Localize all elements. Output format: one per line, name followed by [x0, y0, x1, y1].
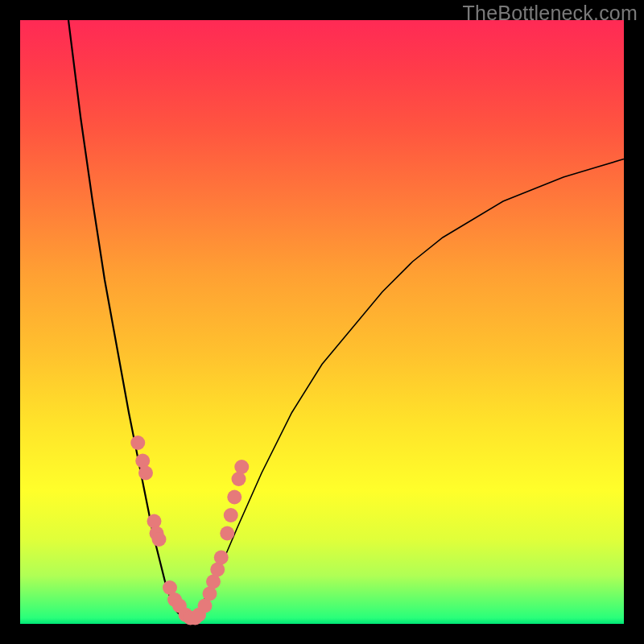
- data-dot: [224, 508, 238, 522]
- data-dot: [232, 472, 246, 486]
- data-dot: [130, 436, 145, 450]
- outer-frame: TheBottleneck.com: [0, 0, 644, 644]
- data-dot: [147, 514, 162, 529]
- data-dot: [138, 466, 153, 481]
- data-dot: [135, 454, 150, 469]
- data-dot: [214, 551, 229, 565]
- watermark-text: TheBottleneck.com: [463, 2, 638, 25]
- left-curve-path: [68, 20, 189, 624]
- data-dot: [227, 490, 242, 505]
- data-dot: [220, 526, 234, 541]
- dot-cluster: [130, 436, 249, 625]
- curve-layer: [20, 20, 624, 624]
- plot-area: [20, 20, 624, 624]
- data-dot: [234, 460, 249, 474]
- right-curve-path: [189, 159, 624, 625]
- data-dot: [152, 532, 167, 547]
